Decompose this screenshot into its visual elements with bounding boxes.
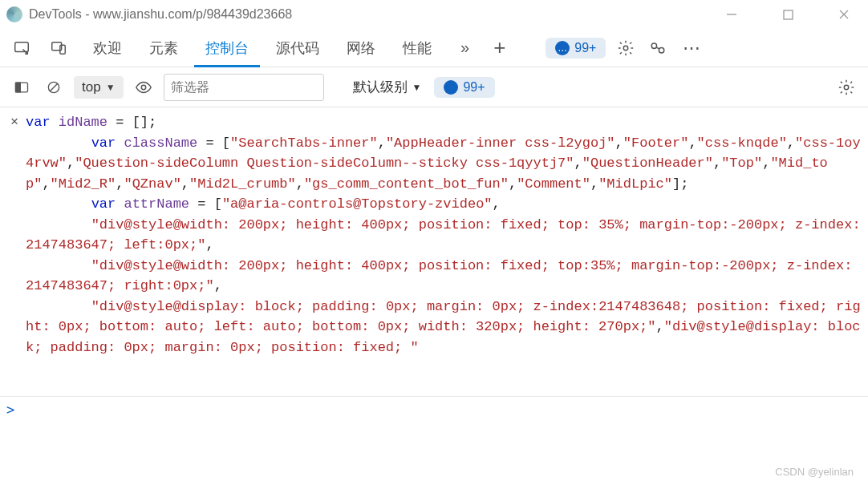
tab-performance[interactable]: 性能 — [391, 29, 443, 67]
svg-line-10 — [657, 47, 660, 49]
watermark: CSDN @yelinlan — [775, 466, 854, 478]
issues-badge[interactable]: … 99+ — [546, 38, 606, 59]
issues-count: 99+ — [574, 41, 596, 55]
console-settings-icon[interactable] — [834, 75, 858, 99]
svg-rect-1 — [784, 10, 793, 19]
tab-network[interactable]: 网络 — [335, 29, 387, 67]
loglevel-label: 默认级别 — [353, 78, 408, 96]
chat-icon — [444, 80, 458, 95]
devtools-tabbar: 欢迎 元素 控制台 源代码 网络 性能 » + … 99+ ⋯ — [0, 29, 868, 67]
code-text[interactable]: var idName = []; var className = ["Searc… — [22, 112, 862, 358]
caret-down-icon: ▼ — [106, 82, 116, 93]
tab-list: 欢迎 元素 控制台 源代码 网络 性能 — [82, 29, 443, 67]
tab-elements[interactable]: 元素 — [138, 29, 189, 67]
delete-entry-icon[interactable]: ✕ — [6, 112, 22, 358]
filter-input[interactable] — [164, 74, 324, 101]
minimize-button[interactable] — [714, 2, 749, 26]
window-controls — [714, 2, 862, 26]
tab-sources[interactable]: 源代码 — [265, 29, 331, 67]
context-label: top — [82, 79, 101, 95]
inspect-element-icon[interactable] — [8, 34, 35, 62]
context-selector[interactable]: top ▼ — [74, 76, 124, 99]
window-titlebar: DevTools - www.jianshu.com/p/984439d2366… — [0, 0, 868, 29]
chat-icon: … — [555, 41, 570, 55]
svg-point-9 — [659, 47, 664, 52]
issues-badge-small[interactable]: 99+ — [434, 77, 494, 98]
svg-point-15 — [141, 85, 146, 90]
settings-icon[interactable] — [614, 36, 638, 60]
svg-point-8 — [652, 43, 657, 48]
tabbar-right-tools: » + … 99+ ⋯ — [452, 35, 707, 60]
tab-console[interactable]: 控制台 — [194, 29, 260, 67]
maximize-button[interactable] — [770, 2, 805, 26]
tab-welcome[interactable]: 欢迎 — [82, 29, 133, 67]
dock-icon[interactable] — [646, 36, 670, 60]
device-toolbar-icon[interactable] — [45, 34, 72, 62]
more-options-icon[interactable]: ⋯ — [678, 38, 707, 59]
console-prompt[interactable]: > — [0, 396, 868, 422]
loglevel-selector[interactable]: 默认级别 ▼ — [348, 78, 427, 96]
window-title: DevTools - www.jianshu.com/p/984439d2366… — [29, 7, 292, 22]
close-button[interactable] — [826, 2, 862, 26]
svg-point-7 — [624, 46, 629, 51]
console-toolbar: top ▼ 默认级别 ▼ 99+ — [0, 67, 868, 107]
more-tabs-icon[interactable]: » — [452, 38, 477, 57]
clear-console-icon[interactable] — [42, 75, 66, 99]
caret-down-icon: ▼ — [412, 82, 422, 93]
app-icon — [6, 6, 22, 22]
console-entry: ✕ var idName = []; var className = ["Sea… — [6, 112, 862, 358]
toggle-sidebar-icon[interactable] — [10, 75, 34, 99]
prompt-caret: > — [6, 402, 14, 418]
svg-point-16 — [844, 85, 849, 90]
svg-rect-12 — [16, 83, 21, 92]
svg-rect-4 — [15, 42, 29, 51]
add-tab-icon[interactable]: + — [485, 35, 513, 60]
issues-count-small: 99+ — [463, 80, 485, 95]
console-output: ✕ var idName = []; var className = ["Sea… — [0, 107, 868, 396]
live-expression-icon[interactable] — [132, 79, 156, 96]
svg-line-14 — [50, 83, 58, 91]
